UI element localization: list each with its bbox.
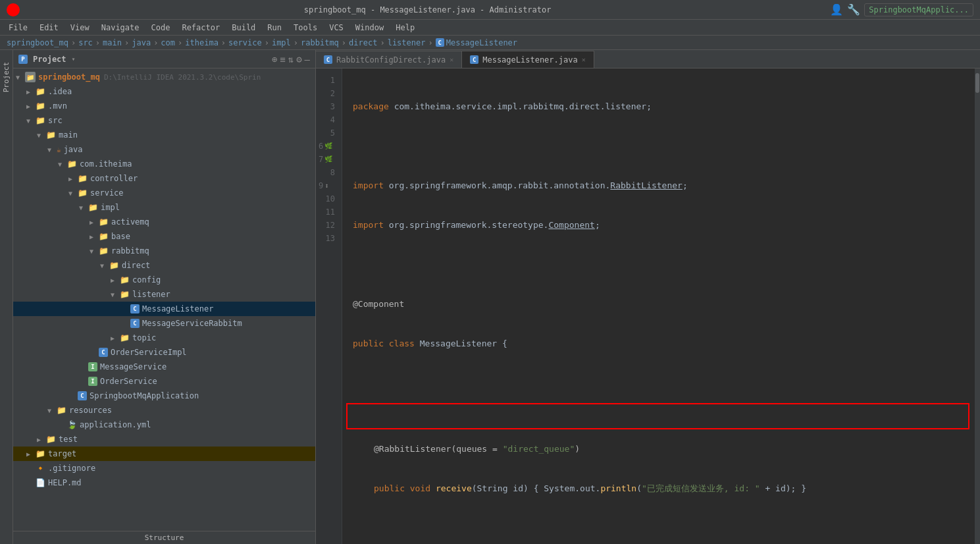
tab-ml-close[interactable]: ✕ <box>582 56 586 63</box>
tree-orderservice[interactable]: I OrderService <box>13 374 315 389</box>
code-content[interactable]: package com.itheima.service.impl.rabbitm… <box>342 68 980 544</box>
menu-view[interactable]: View <box>65 22 95 34</box>
menu-tools[interactable]: Tools <box>288 22 322 34</box>
project-tab-label[interactable]: Project <box>1 57 12 97</box>
tree-orderserviceimpl[interactable]: C OrderServiceImpl <box>13 345 315 360</box>
tree-com-itheima[interactable]: ▼ 📁 com.itheima <box>13 157 315 171</box>
menu-run[interactable]: Run <box>262 22 287 34</box>
scrollbar-thumb[interactable] <box>975 73 979 93</box>
listener-folder-icon: 📁 <box>120 290 130 299</box>
avatar-icon[interactable]: 👤 <box>830 3 843 16</box>
breadcrumb-listener[interactable]: listener <box>388 38 426 47</box>
root-label: springboot_mq <box>38 72 100 82</box>
code-line-8: @RabbitListener(queues = "direct_queue") <box>353 443 969 456</box>
ml-label: MessageListener <box>142 304 213 313</box>
breadcrumb-class[interactable]: C MessageListener <box>436 38 517 47</box>
idea-label: .idea <box>48 87 72 96</box>
breadcrumb-impl[interactable]: impl <box>272 38 291 47</box>
tree-test[interactable]: ▶ 📁 test <box>13 432 315 447</box>
tree-target[interactable]: ▶ 📁 target <box>13 447 315 461</box>
breadcrumb-src[interactable]: src <box>78 38 93 47</box>
add-icon[interactable]: ⊕ <box>272 54 277 65</box>
menu-vcs[interactable]: VCS <box>324 22 349 34</box>
md-icon: 📄 <box>36 478 45 487</box>
breadcrumb-main[interactable]: main <box>103 38 122 47</box>
list-icon[interactable]: ≡ <box>280 54 285 65</box>
settings-icon[interactable]: ⚙ <box>296 54 301 65</box>
tree-src[interactable]: ▼ 📁 src <box>13 113 315 128</box>
config-label: config <box>132 275 161 285</box>
src-folder-icon: 📁 <box>36 116 45 125</box>
panel-title: Project <box>33 55 66 64</box>
breadcrumb-direct[interactable]: direct <box>349 38 377 47</box>
tree-java[interactable]: ▼ ☕ java <box>13 142 315 157</box>
tree-impl[interactable]: ▼ 📁 impl <box>13 200 315 215</box>
tree-messageservicerabbit[interactable]: C MessageServiceRabbitm <box>13 316 315 331</box>
tree-controller[interactable]: ▶ 📁 controller <box>13 171 315 186</box>
breadcrumb-springboot[interactable]: springboot_mq <box>7 38 68 47</box>
menu-file[interactable]: File <box>3 22 33 34</box>
res-arrow: ▼ <box>47 407 57 414</box>
tree-helpmd[interactable]: 📄 HELP.md <box>13 476 315 490</box>
menu-refactor[interactable]: Refactor <box>176 22 225 34</box>
activemq-label: activemq <box>111 217 149 227</box>
app-label: SpringbootMqApplication <box>90 391 199 400</box>
tree-idea[interactable]: ▶ 📁 .idea <box>13 84 315 99</box>
tab-messagelistener[interactable]: C MessageListener.java ✕ <box>462 51 594 68</box>
breadcrumb-rabbitmq[interactable]: rabbitmq <box>301 38 339 47</box>
tree-rabbitmq[interactable]: ▼ 📁 rabbitmq <box>13 244 315 258</box>
close-panel-icon[interactable]: — <box>305 54 310 65</box>
scrollbar-vertical[interactable] <box>975 68 980 544</box>
menu-build[interactable]: Build <box>226 22 261 34</box>
tree-config[interactable]: ▶ 📁 config <box>13 273 315 287</box>
tree-main[interactable]: ▼ 📁 main <box>13 128 315 142</box>
panel-dropdown-arrow[interactable]: ▾ <box>72 55 76 63</box>
base-label: base <box>111 232 130 241</box>
menu-code[interactable]: Code <box>146 22 176 34</box>
breadcrumb-itheima[interactable]: itheima <box>185 38 219 47</box>
tree-messageservice[interactable]: I MessageService <box>13 360 315 374</box>
editor-area: C RabbitConfigDirect.java ✕ C MessageLis… <box>316 50 980 544</box>
menu-window[interactable]: Window <box>350 22 389 34</box>
tab-ml-label: MessageListener.java <box>482 55 578 65</box>
service-folder-icon: 📁 <box>78 188 88 198</box>
breadcrumb-service[interactable]: service <box>228 38 262 47</box>
menu-edit[interactable]: Edit <box>34 22 64 34</box>
panel-toolbar: ⊕ ≡ ⇅ ⚙ — <box>272 54 310 65</box>
app-icon <box>7 3 20 16</box>
tools-icon[interactable]: 🔧 <box>847 3 860 16</box>
code-line-5 <box>353 258 969 271</box>
tree-activemq[interactable]: ▶ 📁 activemq <box>13 215 315 229</box>
line-numbers: 1 2 3 4 5 6 🌿 7 🌿 8 9 ↕ 10 11 12 13 <box>316 68 342 544</box>
tree-root[interactable]: ▼ 📁 springboot_mq D:\IntelliJ IDEA 2021.… <box>13 70 315 84</box>
base-arrow: ▶ <box>90 233 99 240</box>
tab-rabbitconfigdirect[interactable]: C RabbitConfigDirect.java ✕ <box>316 51 462 68</box>
tree-listener[interactable]: ▼ 📁 listener <box>13 287 315 302</box>
mvn-arrow: ▶ <box>26 103 36 110</box>
tree-messagelistener[interactable]: C MessageListener <box>13 302 315 316</box>
breadcrumb-com[interactable]: com <box>161 38 175 47</box>
msr-label: MessageServiceRabbitm <box>142 319 242 328</box>
tree-springbootapp[interactable]: C SpringbootMqApplication <box>13 389 315 403</box>
filter-icon[interactable]: ⇅ <box>288 54 294 65</box>
tree-gitignore[interactable]: 🔸 .gitignore <box>13 461 315 476</box>
bean-gutter-6: 🌿 <box>324 140 332 153</box>
tree-applicationyml[interactable]: 🍃 application.yml <box>13 418 315 432</box>
target-arrow: ▶ <box>26 450 36 458</box>
tree-service[interactable]: ▼ 📁 service <box>13 186 315 200</box>
mvn-folder-icon: 📁 <box>36 101 45 111</box>
tree-direct[interactable]: ▼ 📁 direct <box>13 258 315 273</box>
tree-topic[interactable]: ▶ 📁 topic <box>13 331 315 345</box>
breadcrumb-java[interactable]: java <box>132 38 151 47</box>
menu-navigate[interactable]: Navigate <box>96 22 145 34</box>
spring-icon[interactable]: SpringbootMqApplic... <box>864 3 973 16</box>
tree-mvn[interactable]: ▶ 📁 .mvn <box>13 99 315 113</box>
tree-base[interactable]: ▶ 📁 base <box>13 229 315 244</box>
structure-tab[interactable]: Structure <box>13 531 315 544</box>
osi-label: OrderServiceImpl <box>111 348 187 357</box>
breadcrumb-classname: MessageListener <box>446 38 517 47</box>
tab-rc-close[interactable]: ✕ <box>450 56 453 63</box>
tree-resources[interactable]: ▼ 📁 resources <box>13 403 315 418</box>
menu-help[interactable]: Help <box>390 22 420 34</box>
msr-class-icon: C <box>130 319 140 328</box>
